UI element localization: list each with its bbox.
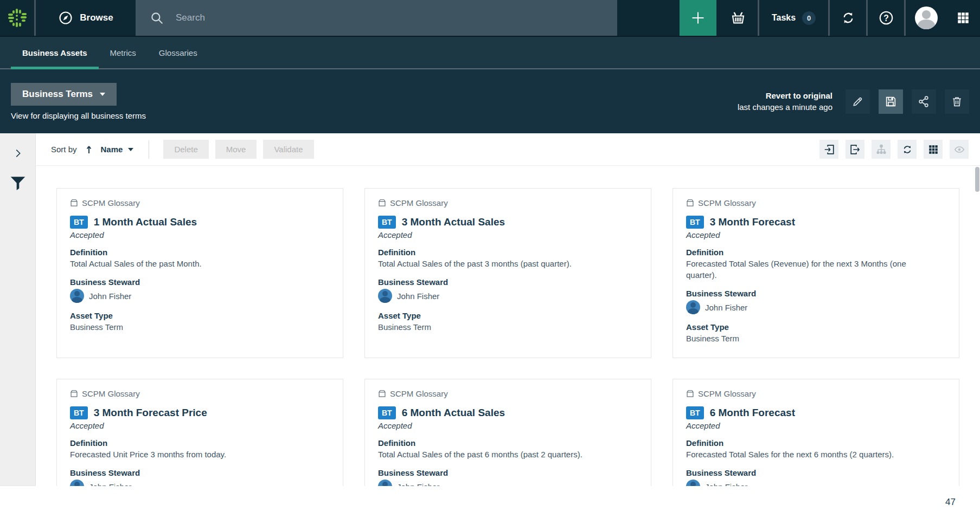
user-avatar: [915, 7, 938, 29]
asset-card[interactable]: SCPM Glossary BT 3 Month Forecast Price …: [56, 379, 343, 486]
asset-title-link[interactable]: 6 Month Forecast: [710, 407, 795, 419]
edit-view-button[interactable]: [846, 89, 870, 114]
data-basket-button[interactable]: [716, 0, 758, 36]
steward-row[interactable]: John Fisher: [70, 289, 330, 303]
create-asset-button[interactable]: [680, 0, 716, 36]
import-button[interactable]: [819, 140, 838, 159]
total-results-count: 47: [945, 497, 956, 508]
steward-label: Business Steward: [70, 468, 330, 477]
list-toolbar: Sort by Name Delete Move Validate: [36, 133, 980, 166]
definition-label: Definition: [70, 438, 330, 448]
asset-card[interactable]: SCPM Glossary BT 3 Month Forecast Accept…: [672, 188, 959, 358]
validate-button[interactable]: Validate: [263, 140, 313, 159]
steward-label: Business Steward: [686, 289, 946, 298]
asset-title-link[interactable]: 3 Month Forecast Price: [94, 407, 207, 419]
help-button[interactable]: ?: [866, 0, 904, 36]
asset-type-value: Business Term: [378, 321, 627, 333]
vertical-scrollbar[interactable]: [975, 167, 979, 192]
asset-type-badge: BT: [378, 406, 396, 419]
grid-view-button[interactable]: [924, 140, 943, 159]
revert-to-original-link[interactable]: Revert to original last changes a minute…: [738, 90, 832, 113]
status-text: Accepted: [686, 230, 946, 239]
chevron-down-icon: [100, 93, 105, 96]
refresh-button[interactable]: [898, 140, 917, 159]
share-view-button[interactable]: [912, 89, 936, 114]
glossary-icon: [70, 390, 78, 398]
user-menu-button[interactable]: [904, 0, 946, 36]
glossary-link[interactable]: SCPM Glossary: [70, 198, 330, 208]
card-column: SCPM Glossary BT 3 Month Actual Sales Ac…: [364, 188, 651, 486]
sort-field-dropdown[interactable]: Name: [101, 145, 134, 154]
preview-button[interactable]: [950, 140, 969, 159]
app-window: Browse Search T: [0, 0, 980, 518]
asset-card[interactable]: SCPM Glossary BT 3 Month Actual Sales Ac…: [364, 188, 651, 358]
card-column: SCPM Glossary BT 3 Month Forecast Accept…: [672, 188, 959, 486]
delete-view-button[interactable]: [945, 89, 969, 114]
hierarchy-view-button[interactable]: [872, 140, 891, 159]
hierarchy-icon: [875, 144, 887, 156]
view-description: View for displaying all business terms: [11, 111, 146, 120]
export-button[interactable]: [846, 140, 864, 159]
steward-row[interactable]: John Fisher: [378, 289, 638, 303]
tasks-button[interactable]: Tasks 0: [758, 0, 828, 36]
steward-avatar: [378, 480, 392, 486]
browse-label: Browse: [80, 12, 113, 23]
sort-ascending-icon[interactable]: [85, 145, 93, 154]
tab-label: Glossaries: [159, 48, 197, 57]
results-footer: 47: [0, 486, 980, 518]
sync-icon: [840, 10, 856, 26]
app-logo[interactable]: [0, 0, 36, 36]
status-text: Accepted: [70, 230, 330, 239]
glossary-link[interactable]: SCPM Glossary: [686, 198, 946, 208]
asset-type-badge: BT: [70, 216, 88, 229]
definition-label: Definition: [70, 248, 330, 257]
help-icon: ?: [878, 10, 894, 26]
asset-title-link[interactable]: 3 Month Actual Sales: [402, 216, 505, 228]
glossary-link[interactable]: SCPM Glossary: [686, 389, 946, 398]
asset-title-link[interactable]: 3 Month Forecast: [710, 216, 795, 228]
steward-row[interactable]: John Fisher: [686, 480, 946, 486]
search-icon: [150, 11, 164, 25]
view-selector-dropdown[interactable]: Business Terms: [11, 83, 117, 106]
asset-card[interactable]: SCPM Glossary BT 1 Month Actual Sales Ac…: [56, 188, 343, 358]
save-view-button[interactable]: [879, 89, 903, 114]
definition-text: Total Actual Sales of the past Month.: [70, 258, 319, 269]
glossary-icon: [70, 199, 78, 207]
steward-row[interactable]: John Fisher: [686, 300, 946, 314]
apps-grid-button[interactable]: [946, 0, 980, 36]
content-column: Sort by Name Delete Move Validate: [36, 133, 980, 486]
asset-title-link[interactable]: 6 Month Actual Sales: [402, 407, 505, 419]
glossary-name: SCPM Glossary: [390, 198, 448, 208]
filter-button[interactable]: [9, 174, 27, 193]
glossary-link[interactable]: SCPM Glossary: [70, 389, 330, 398]
glossary-link[interactable]: SCPM Glossary: [378, 198, 638, 208]
tab-business-assets[interactable]: Business Assets: [11, 37, 99, 68]
sync-button[interactable]: [828, 0, 866, 36]
steward-name: John Fisher: [89, 292, 131, 301]
asset-card[interactable]: SCPM Glossary BT 6 Month Forecast Accept…: [672, 379, 959, 486]
asset-title-link[interactable]: 1 Month Actual Sales: [94, 216, 197, 228]
browse-button[interactable]: Browse: [36, 0, 136, 36]
tasks-count-badge: 0: [802, 11, 816, 25]
tab-glossaries[interactable]: Glossaries: [148, 37, 209, 68]
tab-metrics[interactable]: Metrics: [99, 37, 148, 68]
asset-type-badge: BT: [686, 406, 704, 419]
steward-name: John Fisher: [397, 482, 439, 486]
asset-type-value: Business Term: [70, 321, 319, 333]
steward-row[interactable]: John Fisher: [70, 480, 330, 486]
steward-row[interactable]: John Fisher: [378, 480, 638, 486]
compass-icon: [58, 10, 73, 25]
expand-panel-button[interactable]: [9, 144, 27, 163]
move-button[interactable]: Move: [215, 140, 257, 159]
logo-icon: [5, 6, 29, 30]
global-search-input[interactable]: Search: [136, 0, 617, 36]
asset-type-badge: BT: [686, 216, 704, 229]
asset-type-label: Asset Type: [378, 311, 638, 320]
tab-label: Metrics: [110, 48, 136, 57]
status-text: Accepted: [686, 421, 946, 430]
glossary-link[interactable]: SCPM Glossary: [378, 389, 638, 398]
delete-button[interactable]: Delete: [163, 140, 208, 159]
asset-card[interactable]: SCPM Glossary BT 6 Month Actual Sales Ac…: [364, 379, 651, 486]
chevron-down-icon: [128, 148, 133, 151]
definition-label: Definition: [686, 438, 946, 448]
